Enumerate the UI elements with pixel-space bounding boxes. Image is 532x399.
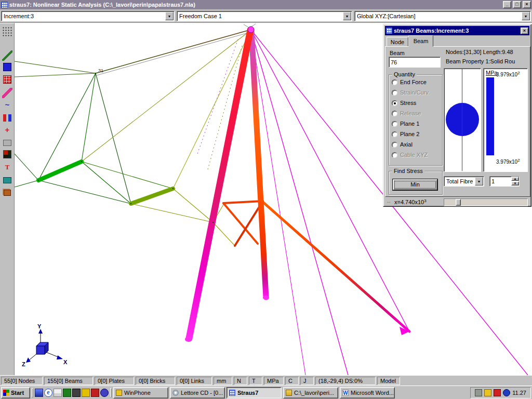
clock[interactable]: 11.27: [512, 390, 526, 396]
task-word[interactable]: Microsoft Word...: [340, 387, 395, 398]
min-button[interactable]: Min: [393, 179, 437, 190]
beams-dialog-titlebar: straus7 Beams:Increment:3 ×: [385, 26, 529, 35]
tray-terminal-icon[interactable]: [475, 389, 482, 396]
close-button[interactable]: ×: [523, 1, 531, 8]
stress-scale: MPa 3.979x102 3.979x102: [483, 68, 528, 172]
taskbar: Start WinPhone Lettore CD - [0... Straus…: [0, 385, 532, 399]
tray-antivirus-icon[interactable]: [494, 389, 501, 396]
text-tool-icon[interactable]: T: [2, 163, 12, 173]
axis-slider-thumb[interactable]: [456, 199, 461, 206]
straus7-application-window: straus7: Nonlinear Static Analysis (C:\_…: [0, 0, 532, 399]
tab-beam[interactable]: Beam: [408, 35, 433, 47]
coord-system-select[interactable]: Global XYZ:[Cartesian] ▼: [354, 11, 531, 21]
radio-axial[interactable]: Axial: [392, 141, 413, 148]
taskbar-grip[interactable]: [32, 388, 33, 397]
scale-min-value: 3.979x102: [496, 158, 520, 165]
task-explorer-lavori[interactable]: C:\_lavori\peri...: [283, 387, 338, 398]
beams-dialog-title: straus7 Beams:Increment:3: [394, 28, 519, 34]
mail-icon[interactable]: [54, 389, 62, 397]
status-beams: 155[0] Beams: [44, 377, 93, 385]
increment-select[interactable]: Increment:3 ▼: [1, 11, 175, 21]
word-icon: [342, 390, 349, 396]
window-titlebar: straus7: Nonlinear Static Analysis (C:\_…: [0, 0, 532, 9]
start-button[interactable]: Start: [1, 387, 30, 398]
add-tool-icon[interactable]: +: [2, 125, 12, 136]
task-winphone[interactable]: WinPhone: [113, 387, 168, 398]
radio-selected-icon[interactable]: [392, 100, 397, 106]
radio-end-force[interactable]: End Force: [392, 78, 427, 86]
radio-strain-curv: Strain/Curv.: [392, 89, 430, 96]
radio-icon: [392, 111, 397, 116]
status-temp-unit: C: [285, 377, 299, 385]
chevron-down-icon[interactable]: ▼: [165, 12, 174, 20]
radio-icon[interactable]: [392, 79, 397, 85]
brick-tool-icon[interactable]: [4, 190, 11, 196]
status-plates: 0[0] Plates: [95, 377, 134, 385]
find-stress-group-label: Find Stress: [392, 168, 424, 174]
beam-property-info: Beam Property 1:Solid Rou: [446, 58, 529, 64]
beam-number-input[interactable]: [389, 57, 441, 68]
status-coordinates: (18,-29,4) DS:0%: [315, 377, 376, 385]
radio-icon[interactable]: [392, 121, 397, 127]
paint-icon[interactable]: [91, 389, 99, 397]
close-icon[interactable]: ×: [521, 28, 528, 34]
status-mass-unit: T: [249, 377, 262, 385]
radio-release: Release: [392, 110, 421, 117]
chevron-down-icon[interactable]: ▼: [343, 12, 351, 20]
fibre-select[interactable]: Total Fibre ▼: [444, 176, 484, 187]
ie-icon[interactable]: [44, 389, 52, 397]
erase-tool-icon[interactable]: [3, 140, 11, 146]
tab-node[interactable]: Node: [387, 37, 408, 47]
spin-up-icon[interactable]: ▲: [511, 177, 519, 181]
taskbar-grip[interactable]: [110, 388, 112, 397]
spline-tool-icon[interactable]: ~: [2, 100, 12, 111]
quantity-group-label: Quantity: [392, 71, 417, 77]
straus7-logo-icon: [229, 390, 235, 396]
freedom-case-select[interactable]: Freedom Case 1 ▼: [177, 11, 352, 21]
radio-icon[interactable]: [392, 142, 397, 148]
msn-icon[interactable]: [100, 389, 109, 397]
link-tool-icon[interactable]: [3, 114, 11, 122]
channels-icon[interactable]: [72, 389, 81, 397]
task-cd-player[interactable]: Lettore CD - [0...: [170, 387, 225, 398]
maximize-button[interactable]: □: [513, 1, 521, 8]
fibre-spinner: ▲ ▼: [489, 176, 520, 187]
status-energy-unit: J: [300, 377, 314, 385]
cd-icon: [172, 390, 179, 396]
node-tool-icon[interactable]: [3, 63, 11, 71]
tray-volume-icon[interactable]: [484, 389, 491, 396]
pick-tool-icon[interactable]: [2, 88, 12, 98]
x-axis-label: X: [63, 359, 68, 365]
beam-grid-icon[interactable]: [3, 75, 11, 84]
z-axis-label: Z: [22, 361, 25, 367]
radio-plane-2[interactable]: Plane 2: [392, 130, 419, 138]
radio-icon: [392, 90, 397, 96]
node-number-label: 31: [98, 68, 103, 73]
task-straus7[interactable]: Straus7: [227, 387, 282, 398]
quick-launch-bar: [35, 389, 109, 397]
tray-msn-icon[interactable]: [503, 389, 510, 396]
brace-beams: [223, 201, 263, 246]
line-tool-icon[interactable]: [2, 50, 12, 61]
radio-stress[interactable]: Stress: [392, 99, 416, 107]
show-desktop-icon[interactable]: [35, 389, 43, 397]
status-links: 0[0] Links: [177, 377, 212, 385]
folder-icon: [286, 390, 292, 396]
radio-plane-1[interactable]: Plane 1: [392, 120, 419, 127]
radio-cable-xyz: Cable XYZ: [392, 151, 428, 158]
straus7-logo-icon: [386, 28, 392, 34]
system-tray: 11.27: [470, 387, 531, 398]
dot-grid-select-icon[interactable]: [2, 26, 12, 37]
fibre-axis-line: [462, 69, 462, 171]
plate-tool-icon[interactable]: [3, 177, 11, 183]
volume-icon[interactable]: [82, 389, 90, 397]
media-icon[interactable]: [63, 389, 71, 397]
property-grid-icon[interactable]: [3, 150, 11, 158]
status-force-unit: N: [234, 377, 247, 385]
chevron-down-icon[interactable]: ▼: [475, 177, 483, 185]
minimize-button[interactable]: _: [503, 1, 511, 8]
radio-icon[interactable]: [392, 131, 397, 137]
chevron-down-icon[interactable]: ▼: [522, 12, 530, 20]
axis-slider-track[interactable]: [444, 198, 528, 206]
spin-down-icon[interactable]: ▼: [511, 181, 519, 185]
